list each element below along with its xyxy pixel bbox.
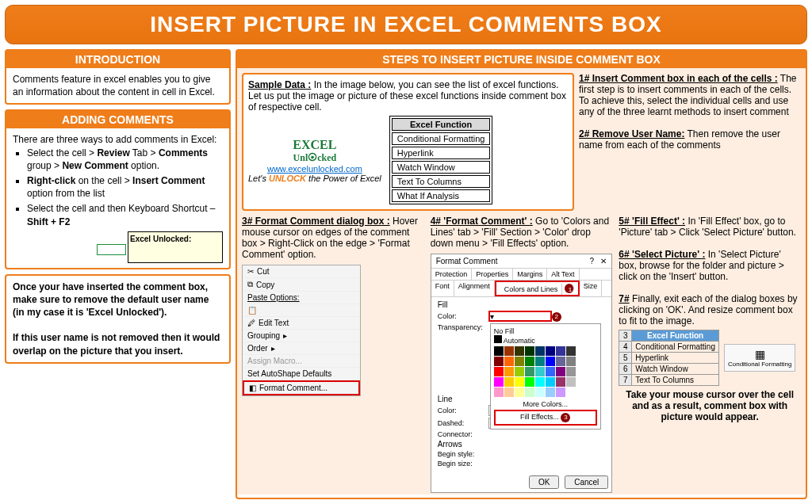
adding-comments-panel: ADDING COMMENTS There are three ways to … <box>5 109 231 269</box>
clipboard-icon: 📋 <box>247 306 257 315</box>
step-4: 4# 'Format Comment' : Go to 'Colors and … <box>431 216 613 249</box>
menu-order[interactable]: Order ▸ <box>243 342 360 355</box>
step-5: 5# 'Fill Effect' : In 'Fill Effect' box,… <box>619 216 801 238</box>
excel-function-table: Excel Function Conditional Formatting Hy… <box>389 116 493 204</box>
context-menu: ✂Cut ⧉Copy Paste Options: 📋 🖉Edit Text G… <box>242 265 361 396</box>
adding-methods-list: Select the cell > Review Tab > Comments … <box>27 147 223 228</box>
menu-format-comment[interactable]: ◧Format Comment... <box>243 380 360 395</box>
ok-button[interactable]: OK <box>529 475 559 489</box>
note-panel: Once your have inserted the comment box,… <box>5 274 231 364</box>
fill-color-dropdown[interactable]: ▾ 2 No Fill Automatic <box>488 311 552 322</box>
menu-edit-text[interactable]: 🖉Edit Text <box>243 317 360 330</box>
dialog-title: Format Comment <box>436 257 498 265</box>
tab-size[interactable]: Size <box>580 281 603 296</box>
tab-protection[interactable]: Protection <box>431 269 473 280</box>
color-swatches[interactable] <box>494 346 597 397</box>
tab-alt-text[interactable]: Alt Text <box>547 269 579 280</box>
conditional-formatting-icon: ▦ Conditional Formatting <box>724 344 795 372</box>
result-table: 3Excel Function 4Conditional Formatting … <box>619 330 719 386</box>
steps-panel: STEPS TO INSERT PICTURE INSIDE COMMENT B… <box>236 49 807 499</box>
cancel-button[interactable]: Cancel <box>565 475 608 489</box>
tab-alignment[interactable]: Alignment <box>454 281 495 296</box>
menu-assign-macro[interactable]: Assign Macro... <box>243 355 360 368</box>
color-popup: No Fill Automatic <box>490 323 601 430</box>
sample-data-box: Sample Data : In the image below, you ca… <box>242 73 574 211</box>
tab-colors-lines[interactable]: Colors and Lines 1 <box>495 281 580 296</box>
menu-copy[interactable]: ⧉Copy <box>243 278 360 292</box>
excel-unlocked-logo: EXCEL Unl⦿cked www.excelunlocked.com Let… <box>248 138 381 183</box>
note-line2: If this user name is not removed then it… <box>13 332 220 356</box>
page-title: INSERT PICTURE IN EXCEL COMMENTS BOX <box>5 5 807 44</box>
step-6: 6# 'Select Picture' : In 'Select Picture… <box>619 249 801 282</box>
steps-heading: STEPS TO INSERT PICTURE INSIDE COMMENT B… <box>237 51 806 68</box>
introduction-body: Comments feature in excel enables you to… <box>6 68 229 103</box>
copy-icon: ⧉ <box>247 280 253 289</box>
adding-comments-heading: ADDING COMMENTS <box>6 111 229 128</box>
menu-set-defaults[interactable]: Set AutoShape Defaults <box>243 368 360 380</box>
step-2: 2# Remove User Name: Then remove the use… <box>579 128 801 151</box>
introduction-heading: INTRODUCTION <box>6 51 229 68</box>
step-3: 3# Format Comment dialog box : Hover mou… <box>242 216 424 260</box>
comment-demo-box: Excel Unlocked: <box>128 231 223 263</box>
arrows-section: Arrows <box>438 440 606 449</box>
automatic-option[interactable]: Automatic <box>504 337 535 345</box>
edit-icon: 🖉 <box>247 319 255 327</box>
note-line1: Once your have inserted the comment box,… <box>13 281 209 318</box>
result-caption: Take your mouse cursor over the cell and… <box>619 389 801 422</box>
fill-section: Fill <box>438 300 606 309</box>
tab-margins[interactable]: Margins <box>513 269 547 280</box>
more-colors-option[interactable]: More Colors... <box>494 399 597 410</box>
excelunlocked-link[interactable]: www.excelunlocked.com <box>267 164 362 174</box>
fill-effects-option[interactable]: Fill Effects... 3 <box>494 410 597 426</box>
menu-paste-icon[interactable]: 📋 <box>243 304 360 317</box>
introduction-panel: INTRODUCTION Comments feature in excel e… <box>5 49 231 105</box>
format-comment-dialog: Format Comment? ✕ Protection Properties … <box>431 254 613 493</box>
format-icon: ◧ <box>249 384 256 392</box>
cut-icon: ✂ <box>247 267 254 276</box>
step-1: 1# Insert Comment box in each of the cel… <box>579 73 801 117</box>
tab-properties[interactable]: Properties <box>472 269 513 280</box>
menu-grouping[interactable]: Grouping ▸ <box>243 330 360 342</box>
no-fill-option[interactable]: No Fill <box>494 327 597 335</box>
dialog-controls[interactable]: ? ✕ <box>589 257 607 265</box>
menu-paste[interactable]: Paste Options: <box>243 292 360 304</box>
tab-font[interactable]: Font <box>431 281 454 296</box>
menu-cut[interactable]: ✂Cut <box>243 265 360 278</box>
adding-intro: There are three ways to add comments in … <box>13 133 223 146</box>
step-7: 7# Finally, exit each of the dialog boxe… <box>619 293 801 326</box>
